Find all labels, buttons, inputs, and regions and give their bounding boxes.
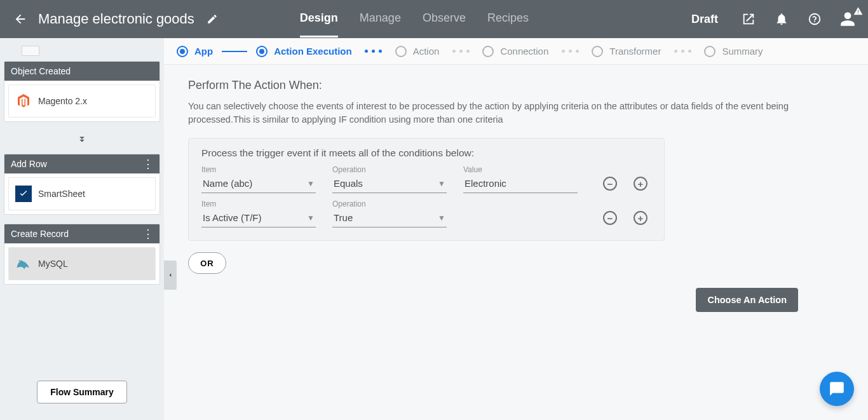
- page-title: Manage electronic goods: [38, 11, 194, 27]
- svg-point-0: [19, 260, 20, 261]
- step-action-execution[interactable]: Action Execution: [256, 46, 352, 57]
- step-transformer[interactable]: Transformer: [592, 46, 661, 57]
- bell-icon[interactable]: [773, 10, 790, 28]
- field-label-operation: Operation: [332, 200, 447, 208]
- sidebar-card-object-created[interactable]: Object Created Magento 2.x: [4, 61, 160, 122]
- choose-an-action-button[interactable]: Choose An Action: [696, 288, 798, 312]
- chevron-down-icon: ▼: [438, 179, 445, 188]
- sidebar-card-title: Create Record: [11, 229, 69, 239]
- stepper: App Action Execution Action Connection T…: [164, 38, 868, 65]
- sidebar: Object Created Magento 2.x Add Row ⋮: [0, 38, 164, 420]
- main: App Action Execution Action Connection T…: [164, 38, 868, 420]
- flow-summary-button[interactable]: Flow Summary: [37, 381, 127, 403]
- kebab-icon[interactable]: ⋮: [142, 230, 153, 238]
- conditions-panel-title: Process the trigger event if it meets al…: [201, 147, 651, 159]
- or-button[interactable]: OR: [188, 252, 226, 274]
- section-description: You can selectively choose the events of…: [188, 100, 844, 126]
- step-separator: [557, 50, 583, 53]
- step-connection[interactable]: Connection: [482, 46, 548, 57]
- tab-manage[interactable]: Manage: [360, 1, 401, 37]
- sidebar-card-title: Add Row: [11, 159, 47, 169]
- add-condition-icon[interactable]: +: [634, 211, 648, 225]
- field-label-item: Item: [201, 200, 316, 208]
- kebab-icon[interactable]: ⋮: [142, 160, 153, 168]
- back-arrow-icon[interactable]: [11, 10, 29, 28]
- sidebar-card-title: Object Created: [11, 66, 71, 76]
- smartsheet-icon: [15, 186, 32, 202]
- chevron-down-icon: ▼: [438, 213, 445, 222]
- tab-observe[interactable]: Observe: [423, 1, 466, 37]
- user-icon[interactable]: [839, 10, 857, 28]
- add-condition-icon[interactable]: +: [634, 177, 648, 191]
- operation-select[interactable]: True ▼: [332, 210, 447, 227]
- user-alert-icon: [853, 6, 863, 16]
- value-input[interactable]: Electronic: [463, 175, 578, 193]
- open-external-icon[interactable]: [740, 10, 757, 28]
- topbar: Manage electronic goods Design Manage Ob…: [0, 0, 868, 38]
- step-summary[interactable]: Summary: [704, 46, 763, 57]
- chevron-down-icon: ▼: [307, 179, 315, 188]
- item-select[interactable]: Is Active (T/F) ▼: [201, 210, 316, 227]
- sidebar-item-label: Magento 2.x: [38, 96, 87, 106]
- help-icon[interactable]: [806, 10, 824, 28]
- mini-chip: [22, 46, 39, 56]
- tab-recipes[interactable]: Recipes: [487, 1, 529, 37]
- sidebar-card-add-row[interactable]: Add Row ⋮ SmartSheet: [4, 154, 160, 215]
- operation-select[interactable]: Equals ▼: [332, 175, 447, 193]
- sidebar-item-label: MySQL: [38, 259, 68, 269]
- step-separator: [670, 50, 695, 53]
- step-app[interactable]: App: [177, 46, 213, 57]
- step-separator: [222, 51, 247, 52]
- mysql-icon: [15, 255, 32, 272]
- step-separator: [361, 50, 386, 53]
- field-label-value: Value: [463, 165, 578, 174]
- section-heading: Perform The Action When:: [188, 79, 844, 92]
- sidebar-item-label: SmartSheet: [38, 189, 85, 199]
- collapse-sidebar-icon[interactable]: [164, 261, 177, 290]
- conditions-panel: Process the trigger event if it meets al…: [188, 138, 665, 241]
- remove-condition-icon[interactable]: −: [603, 211, 617, 225]
- draft-status: Draft: [691, 13, 718, 26]
- step-separator: [448, 50, 473, 53]
- magento-icon: [15, 93, 32, 109]
- top-tabs: Design Manage Observe Recipes: [300, 1, 529, 37]
- chevron-down-icon: ▼: [307, 213, 315, 222]
- condition-row: Item Name (abc) ▼ Operation Equals ▼: [201, 165, 651, 193]
- edit-icon[interactable]: [203, 10, 221, 28]
- field-label-item: Item: [201, 165, 316, 174]
- sidebar-card-create-record[interactable]: Create Record ⋮ MySQL: [4, 224, 160, 285]
- connector-arrow: [4, 131, 160, 154]
- tab-design[interactable]: Design: [300, 1, 338, 37]
- remove-condition-icon[interactable]: −: [603, 177, 617, 191]
- condition-row: Item Is Active (T/F) ▼ Operation True ▼: [201, 200, 651, 227]
- step-action[interactable]: Action: [395, 46, 440, 57]
- chat-bubble-icon[interactable]: [820, 372, 854, 406]
- field-label-operation: Operation: [332, 165, 447, 174]
- item-select[interactable]: Name (abc) ▼: [201, 175, 316, 193]
